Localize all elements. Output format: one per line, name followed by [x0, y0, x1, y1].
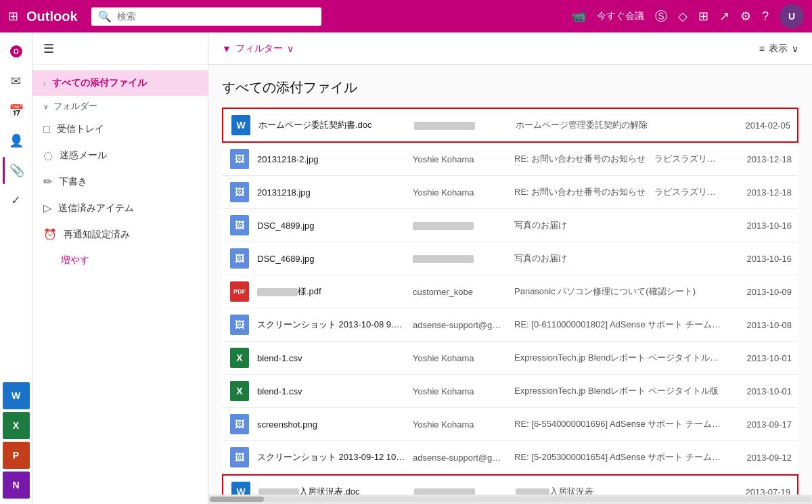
- table-row[interactable]: 🖼screenshot.pngYoshie KohamaRE: [6-55400…: [222, 408, 798, 441]
- spam-icon: ◌: [43, 149, 53, 162]
- file-subject: ExpressionTech.jp Blendレポート ページタイトル版: [514, 385, 724, 397]
- search-bar[interactable]: 🔍: [91, 7, 321, 26]
- table-row[interactable]: 🖼20131218-2.jpgYoshie KohamaRE: お問い合わせ番号…: [222, 143, 798, 176]
- sidebar-drafts-label: 下書き: [59, 176, 87, 188]
- scrollbar-thumb[interactable]: [210, 497, 264, 502]
- table-row[interactable]: blend-1.csvYoshie KohamaExpressionTech.j…: [222, 375, 798, 408]
- diamond-icon[interactable]: ◇: [678, 9, 687, 24]
- sidebar-item-all-attachments[interactable]: › すべての添付ファイル: [32, 70, 208, 96]
- help-icon[interactable]: ?: [762, 9, 769, 24]
- filter-icon: ▼: [222, 43, 231, 54]
- scrollbar-track[interactable]: [210, 497, 811, 502]
- table-row[interactable]: 🖼20131218.jpgYoshie KohamaRE: お問い合わせ番号のお…: [222, 176, 798, 209]
- table-row[interactable]: blend-1.csvYoshie KohamaExpressionTech.j…: [222, 342, 798, 375]
- nav-excel-icon[interactable]: X: [3, 412, 30, 439]
- sidebar-sent-label: 送信済みアイテム: [58, 202, 134, 214]
- sidebar-inbox-label: 受信トレイ: [57, 123, 104, 135]
- nav-outlook-icon[interactable]: O: [3, 38, 30, 65]
- main-layout: O ✉ 📅 👤 📎 ✓ W X P N ☰ › すべての添付ファイル ∨ フォル…: [0, 32, 812, 504]
- hamburger-icon[interactable]: ☰: [43, 41, 54, 56]
- file-date: 2013-10-01: [731, 353, 792, 363]
- skype-icon[interactable]: Ⓢ: [655, 8, 667, 24]
- sent-icon: ▷: [43, 202, 51, 214]
- nav-attachment-icon[interactable]: 📎: [3, 157, 30, 184]
- file-date: 2013-12-18: [731, 187, 792, 198]
- file-sender: [413, 221, 508, 231]
- file-date: 2013-12-18: [731, 154, 792, 164]
- nav-contacts-icon[interactable]: 👤: [3, 127, 30, 154]
- chevron-down-icon: ∨: [43, 103, 48, 110]
- search-input[interactable]: [117, 11, 315, 22]
- table-row[interactable]: ホームページ委託契約書.docホームページ管理委託契約の解除2014-02-05: [222, 108, 798, 143]
- file-name: screenshot.png: [257, 419, 406, 430]
- table-row[interactable]: 入居状況表.doc入居状況表2013-07-19: [222, 474, 798, 495]
- sidebar-item-spam[interactable]: ◌ 迷惑メール: [32, 142, 208, 168]
- sidebar-section-folder[interactable]: ∨ フォルダー: [32, 96, 208, 116]
- nav-mail-icon[interactable]: ✉: [3, 68, 30, 95]
- inbox-icon: □: [43, 123, 50, 135]
- file-date: 2014-02-05: [729, 120, 790, 131]
- share-icon[interactable]: ↗: [719, 9, 729, 24]
- file-name: スクリーンショット 2013-10-08 9.08.29 AM…: [257, 319, 406, 331]
- page-title: すべての添付ファイル: [222, 78, 798, 97]
- grid-icon[interactable]: ⊞: [8, 9, 18, 24]
- file-subject: ホームページ管理委託契約の解除: [516, 119, 723, 131]
- view-button[interactable]: ≡ 表示 ∨: [759, 43, 798, 55]
- scroll-footer: [208, 495, 812, 504]
- camera-icon[interactable]: 📹: [571, 9, 586, 24]
- sidebar-item-scheduled[interactable]: ⏰ 再通知設定済み: [32, 221, 208, 248]
- sidebar: ☰ › すべての添付ファイル ∨ フォルダー □ 受信トレイ ◌ 迷惑メール ✏…: [32, 32, 208, 504]
- icon-bar: O ✉ 📅 👤 📎 ✓ W X P N: [0, 32, 32, 504]
- file-sender: [414, 120, 509, 131]
- nav-onenote-icon[interactable]: N: [3, 472, 30, 499]
- file-sender: Yoshie Kohama: [413, 353, 508, 363]
- table-row[interactable]: 様.pdfcustomer_kobePanasonic パソコン修理について(確…: [222, 275, 798, 308]
- nav-word-icon[interactable]: W: [3, 382, 30, 409]
- sidebar-add-button[interactable]: 増やす: [32, 248, 208, 273]
- file-name: DSC_4689.jpg: [257, 254, 406, 264]
- nav-powerpoint-icon[interactable]: P: [3, 442, 30, 469]
- settings-icon[interactable]: ⚙: [740, 9, 751, 24]
- sidebar-item-sent[interactable]: ▷ 送信済みアイテム: [32, 195, 208, 221]
- file-name: 20131218.jpg: [257, 187, 406, 198]
- file-sender: Yoshie Kohama: [413, 386, 508, 396]
- file-date: 2013-10-09: [731, 287, 792, 297]
- file-sender: Yoshie Kohama: [413, 419, 508, 430]
- file-name: blend-1.csv: [257, 386, 406, 396]
- nav-calendar-icon[interactable]: 📅: [3, 97, 30, 124]
- sidebar-header: ☰: [32, 32, 208, 65]
- filter-button[interactable]: ▼ フィルター ∨: [222, 43, 294, 55]
- svg-text:O: O: [14, 48, 19, 55]
- file-subject: ExpressionTech.jp Blendレポート ページタイトル版…: [514, 352, 724, 364]
- content-area: ▼ フィルター ∨ ≡ 表示 ∨ すべての添付ファイル ホームページ委託契約書.…: [208, 32, 812, 504]
- content-body: すべての添付ファイル ホームページ委託契約書.docホームページ管理委託契約の解…: [208, 65, 812, 495]
- file-date: 2013-10-16: [731, 221, 792, 231]
- file-subject: RE: お問い合わせ番号のお知らせ ラピスラズリ専…: [514, 153, 724, 165]
- file-subject: Panasonic パソコン修理について(確認シート): [514, 285, 724, 298]
- file-date: 2013-07-19: [729, 487, 790, 495]
- avatar[interactable]: U: [780, 4, 804, 28]
- view-label: 表示: [769, 43, 788, 55]
- sidebar-item-all-attachments-label: すべての添付ファイル: [52, 77, 147, 89]
- file-date: 2013-09-12: [731, 453, 792, 463]
- file-name: ホームページ委託契約書.doc: [258, 119, 407, 131]
- file-subject: RE: お問い合わせ番号のお知らせ ラピスラズリ専…: [514, 186, 724, 198]
- file-name: 入居状況表.doc: [258, 486, 407, 495]
- table-row[interactable]: 🖼DSC_4689.jpg写真のお届け2013-10-16: [222, 242, 798, 275]
- table-row[interactable]: 🖼スクリーンショット 2013-10-08 9.08.29 AM…adsense…: [222, 308, 798, 342]
- file-subject: 写真のお届け: [514, 252, 724, 265]
- file-sender: [413, 254, 508, 264]
- grid2-icon[interactable]: ⊞: [698, 9, 708, 24]
- file-date: 2013-10-08: [731, 320, 792, 330]
- table-row[interactable]: 🖼スクリーンショット 2013-09-12 10.17.33 A…adsense…: [222, 441, 798, 474]
- nav-tasks-icon[interactable]: ✓: [3, 187, 30, 214]
- table-row[interactable]: 🖼DSC_4899.jpg写真のお届け2013-10-16: [222, 209, 798, 242]
- meeting-button[interactable]: 今すぐ会議: [597, 10, 644, 22]
- sidebar-item-inbox[interactable]: □ 受信トレイ: [32, 116, 208, 142]
- view-chevron: ∨: [792, 43, 798, 54]
- sidebar-item-drafts[interactable]: ✏ 下書き: [32, 168, 208, 195]
- file-sender: Yoshie Kohama: [413, 154, 508, 164]
- file-sender: adsense-support@g…: [413, 453, 508, 463]
- file-date: 2013-10-16: [731, 254, 792, 264]
- file-subject: RE: [0-6110000001802] AdSense サポート チーム…: [514, 319, 724, 331]
